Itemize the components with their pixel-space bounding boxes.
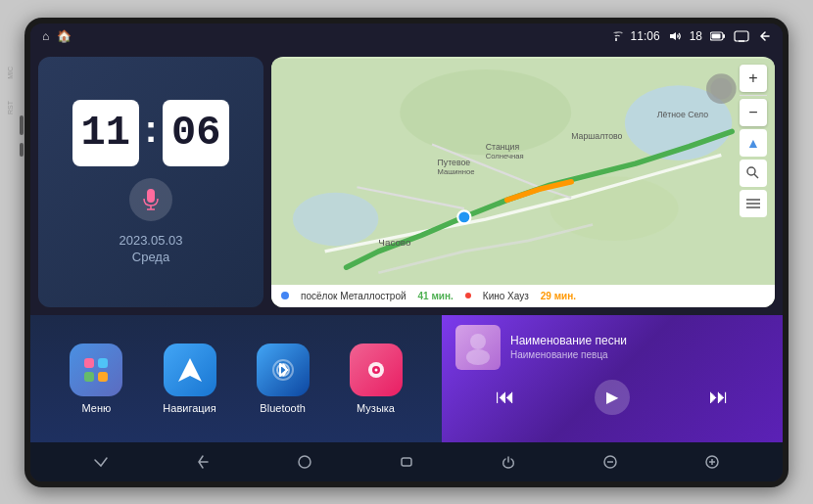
date: 2023.05.03 bbox=[119, 233, 182, 248]
nav-check-icon[interactable] bbox=[85, 446, 117, 478]
svg-point-25 bbox=[747, 167, 755, 175]
svg-point-24 bbox=[710, 78, 732, 100]
svg-rect-42 bbox=[402, 458, 411, 466]
music-player: Наименование песни Наименование певца ⏮ … bbox=[442, 315, 783, 442]
map-compass[interactable]: ▲ bbox=[740, 129, 767, 157]
menu-icon bbox=[70, 344, 122, 396]
svg-rect-5 bbox=[735, 31, 748, 41]
svg-text:Солнечная: Солнечная bbox=[486, 152, 524, 160]
map-layers[interactable] bbox=[740, 190, 767, 217]
side-button-2[interactable] bbox=[20, 143, 24, 157]
status-bar: ⌂ 🏠 11:06 18 bbox=[30, 23, 783, 49]
svg-point-39 bbox=[470, 334, 486, 349]
svg-point-12 bbox=[293, 193, 378, 247]
mic-button[interactable] bbox=[129, 178, 172, 221]
nav-icon bbox=[164, 344, 216, 396]
clock-minutes: 06 bbox=[163, 100, 229, 166]
status-right: 11:06 18 bbox=[609, 29, 771, 43]
svg-point-40 bbox=[466, 349, 490, 365]
status-left: ⌂ 🏠 bbox=[42, 29, 72, 43]
nav-recents-icon[interactable] bbox=[391, 446, 422, 478]
time-display: 11:06 bbox=[631, 29, 660, 43]
map-panel[interactable]: Часово Путевое Машинное Станция Солнечна… bbox=[271, 57, 775, 307]
song-title: Наименование песни bbox=[510, 334, 769, 347]
map-zoom-in[interactable]: + bbox=[740, 65, 767, 92]
music-controls: ⏮ ▶ ⏭ bbox=[455, 376, 769, 419]
svg-point-38 bbox=[374, 368, 377, 371]
map-time-to: 29 мин. bbox=[541, 291, 576, 301]
nav-plus-icon[interactable] bbox=[696, 446, 728, 478]
svg-text:Маршалтово: Маршалтово bbox=[571, 131, 622, 141]
svg-text:Машинное: Машинное bbox=[438, 167, 475, 176]
album-art-img bbox=[455, 325, 501, 370]
app-icon-navigation[interactable]: Навигация bbox=[163, 344, 215, 414]
main-content: 11 : 06 2023.05.03 Сре bbox=[30, 49, 783, 481]
svg-text:Станция: Станция bbox=[486, 142, 520, 152]
svg-point-0 bbox=[615, 39, 617, 41]
wifi-icon bbox=[609, 30, 623, 42]
clock-hours: 11 bbox=[72, 100, 139, 166]
music-label: Музыка bbox=[357, 402, 395, 414]
map-area: Часово Путевое Машинное Станция Солнечна… bbox=[271, 57, 775, 307]
bottom-section: Меню Навигация bbox=[30, 315, 783, 442]
svg-rect-30 bbox=[84, 358, 94, 368]
day: Среда bbox=[119, 250, 182, 264]
screen-icon bbox=[734, 30, 749, 42]
svg-line-26 bbox=[754, 174, 758, 178]
app-icon-bluetooth[interactable]: Bluetooth bbox=[257, 344, 310, 414]
svg-rect-4 bbox=[712, 33, 721, 38]
nav-minus-icon[interactable] bbox=[595, 446, 626, 478]
nav-back-icon[interactable] bbox=[187, 446, 218, 478]
volume-icon bbox=[668, 30, 682, 42]
nav-label: Навигация bbox=[163, 402, 215, 414]
clock-panel: 11 : 06 2023.05.03 Сре bbox=[38, 57, 263, 307]
clock-separator: : bbox=[145, 109, 158, 151]
map-search[interactable] bbox=[740, 160, 767, 187]
music-icon bbox=[350, 344, 403, 396]
bluetooth-icon bbox=[257, 344, 310, 396]
svg-text:Часово: Часово bbox=[378, 237, 411, 248]
mic-label: MIC bbox=[7, 67, 14, 79]
map-location-from: посёлок Металлострой bbox=[301, 291, 406, 301]
prev-button[interactable]: ⏮ bbox=[496, 386, 515, 408]
rst-label: RST bbox=[7, 101, 14, 115]
nav-home-icon[interactable] bbox=[289, 446, 320, 478]
screen: ⌂ 🏠 11:06 18 bbox=[30, 23, 783, 481]
map-dot-end bbox=[465, 293, 471, 298]
map-bottom-bar: посёлок Металлострой 41 мин. Кино Хауз 2… bbox=[271, 285, 775, 307]
artist-name: Наименование певца bbox=[510, 349, 769, 360]
next-button[interactable]: ⏭ bbox=[709, 386, 729, 408]
music-text: Наименование песни Наименование певца bbox=[510, 334, 769, 360]
svg-marker-1 bbox=[670, 32, 676, 40]
app-icon-menu[interactable]: Меню bbox=[70, 344, 122, 414]
album-art bbox=[455, 325, 501, 370]
nav-bar bbox=[30, 442, 783, 481]
battery-level: 18 bbox=[690, 29, 702, 43]
map-time-from: 41 мин. bbox=[418, 291, 454, 301]
svg-rect-33 bbox=[98, 372, 108, 382]
svg-text:Лётное Село: Лётное Село bbox=[657, 110, 709, 119]
home-icon[interactable]: ⌂ bbox=[42, 29, 49, 43]
nav-power-icon[interactable] bbox=[493, 446, 524, 478]
house-filled-icon[interactable]: 🏠 bbox=[57, 29, 72, 43]
svg-point-15 bbox=[457, 210, 470, 223]
menu-label: Меню bbox=[82, 402, 112, 414]
svg-rect-32 bbox=[84, 372, 94, 382]
back-icon[interactable] bbox=[757, 30, 771, 42]
svg-point-41 bbox=[299, 456, 311, 468]
music-info: Наименование песни Наименование певца bbox=[455, 325, 769, 370]
svg-rect-3 bbox=[723, 34, 725, 38]
svg-text:Путевое: Путевое bbox=[438, 158, 471, 167]
map-location-to: Кино Хауз bbox=[483, 291, 529, 301]
app-icon-music[interactable]: Музыка bbox=[350, 344, 403, 414]
svg-rect-31 bbox=[98, 358, 108, 368]
clock-display: 11 : 06 bbox=[72, 100, 230, 166]
svg-rect-7 bbox=[147, 189, 155, 203]
map-dot-start bbox=[281, 292, 289, 299]
app-icons: Меню Навигация bbox=[30, 315, 442, 442]
side-button-1[interactable] bbox=[20, 115, 24, 135]
battery-icon bbox=[710, 31, 726, 41]
play-button[interactable]: ▶ bbox=[595, 380, 630, 415]
device-frame: MIC RST ⌂ 🏠 11:06 bbox=[24, 18, 789, 487]
map-zoom-out[interactable]: − bbox=[740, 99, 767, 126]
